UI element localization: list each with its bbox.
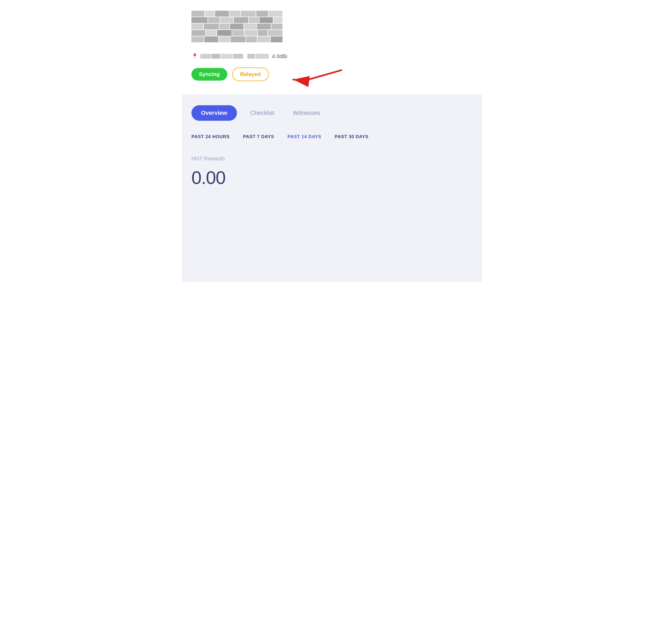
period-7d[interactable]: PAST 7 DAYS bbox=[243, 134, 274, 140]
svg-rect-2 bbox=[215, 11, 229, 17]
svg-rect-3 bbox=[229, 11, 240, 17]
tab-witnesses[interactable]: Witnesses bbox=[288, 105, 325, 121]
svg-rect-39 bbox=[247, 54, 255, 59]
svg-rect-34 bbox=[271, 36, 283, 42]
svg-rect-1 bbox=[205, 11, 214, 17]
tabs-row: Overview Checklist Witnesses bbox=[191, 105, 473, 121]
svg-rect-24 bbox=[232, 30, 244, 36]
badges-row: Syncing Relayed bbox=[191, 67, 473, 81]
svg-rect-32 bbox=[246, 36, 257, 42]
dbi-value: 4.0dBi bbox=[272, 53, 287, 59]
svg-rect-20 bbox=[271, 24, 283, 29]
svg-rect-36 bbox=[211, 54, 220, 59]
tab-overview[interactable]: Overview bbox=[191, 105, 237, 121]
svg-rect-19 bbox=[257, 24, 271, 29]
svg-rect-23 bbox=[217, 30, 232, 36]
period-14d[interactable]: PAST 14 DAYS bbox=[288, 134, 321, 140]
svg-rect-14 bbox=[191, 24, 203, 29]
svg-rect-31 bbox=[230, 36, 246, 42]
tab-checklist[interactable]: Checklist bbox=[245, 105, 279, 121]
location-icon: 📍 bbox=[191, 53, 198, 59]
svg-rect-27 bbox=[268, 30, 283, 36]
svg-rect-15 bbox=[204, 24, 219, 29]
period-30d[interactable]: PAST 30 DAYS bbox=[335, 134, 368, 140]
period-24h[interactable]: PAST 24 HOURS bbox=[191, 134, 230, 140]
svg-rect-12 bbox=[260, 17, 273, 23]
svg-rect-13 bbox=[273, 17, 283, 23]
svg-rect-16 bbox=[219, 24, 229, 29]
rewards-value: 0.00 bbox=[191, 167, 473, 188]
svg-rect-22 bbox=[206, 30, 216, 36]
svg-rect-26 bbox=[258, 30, 268, 36]
svg-rect-6 bbox=[269, 11, 283, 17]
svg-rect-30 bbox=[219, 36, 230, 42]
svg-rect-18 bbox=[244, 24, 256, 29]
svg-rect-25 bbox=[245, 30, 257, 36]
rewards-label: HNT Rewards bbox=[191, 155, 473, 162]
svg-rect-29 bbox=[204, 36, 218, 42]
period-row: PAST 24 HOURS PAST 7 DAYS PAST 14 DAYS P… bbox=[191, 134, 473, 140]
svg-rect-4 bbox=[241, 11, 256, 17]
svg-rect-5 bbox=[256, 11, 268, 17]
svg-rect-9 bbox=[220, 17, 233, 23]
svg-rect-0 bbox=[191, 11, 204, 17]
svg-rect-35 bbox=[200, 54, 211, 59]
device-name-blurred bbox=[191, 11, 473, 45]
svg-rect-33 bbox=[257, 36, 270, 42]
svg-rect-28 bbox=[191, 36, 204, 42]
bottom-section: Overview Checklist Witnesses PAST 24 HOU… bbox=[182, 95, 482, 282]
arrow-annotation bbox=[277, 65, 347, 100]
svg-rect-38 bbox=[233, 54, 243, 59]
svg-rect-40 bbox=[255, 54, 269, 59]
antenna-type-blurred bbox=[247, 54, 269, 59]
rewards-section: HNT Rewards 0.00 bbox=[191, 153, 473, 191]
top-section: 📍 4.0dBi Syncing Relayed bbox=[182, 0, 482, 95]
location-text-blurred bbox=[200, 54, 243, 59]
svg-rect-10 bbox=[234, 17, 248, 23]
relayed-badge[interactable]: Relayed bbox=[232, 67, 269, 81]
syncing-badge[interactable]: Syncing bbox=[191, 68, 227, 81]
svg-rect-37 bbox=[221, 54, 232, 59]
svg-rect-21 bbox=[191, 30, 205, 36]
svg-rect-11 bbox=[249, 17, 259, 23]
svg-rect-17 bbox=[230, 24, 243, 29]
location-row: 📍 4.0dBi bbox=[191, 53, 473, 59]
svg-rect-7 bbox=[191, 17, 207, 23]
svg-rect-8 bbox=[208, 17, 220, 23]
